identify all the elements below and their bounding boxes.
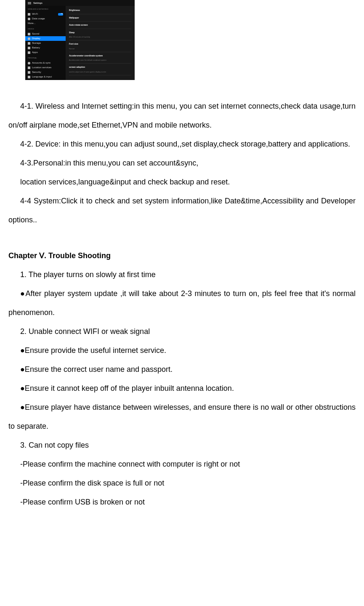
ts-2: 2. Unable connect WIFI or weak signal [8,322,356,341]
sidebar-item-storage[interactable]: Storage [25,41,66,45]
paragraph-4-2: 4-2. Device: in this menu,you can adjust… [8,135,356,154]
paragraph-4-1: 4-1. Wireless and Internet setting:in th… [8,97,356,135]
settings-icon [28,1,31,5]
sidebar-item-display[interactable]: Display [25,36,66,41]
embedded-settings-screenshot: Settings WIRELESS & NETWORKS Wi-Fi ON Da… [25,0,135,80]
main-item-accel[interactable]: Accelerometer coordinate system Accelero… [69,52,131,64]
ts-3-bullet2: -Please confirm the disk space is full o… [8,474,356,493]
main-title: Sleep [69,30,131,35]
storage-icon [28,42,30,45]
chapter-heading: Chapter Ⅴ. Trouble Shooting [8,246,356,265]
display-icon [28,37,30,40]
data-usage-icon [28,18,30,20]
screenshot-sidebar: WIRELESS & NETWORKS Wi-Fi ON Data usage … [25,6,66,80]
sidebar-item-more[interactable]: More... [25,21,66,26]
ts-2-bullet3: ●Ensure it cannot keep off of the player… [8,379,356,398]
main-sub: Accelerometer uses the default coordinat… [69,58,131,62]
location-icon [28,67,30,69]
main-item-font[interactable]: Font size Normal [69,40,131,52]
sidebar-item-location[interactable]: Location services [25,65,66,70]
ts-3: 3. Can not copy files [8,436,356,455]
main-item-adapt[interactable]: screen adaption used to adjust size of s… [69,64,131,75]
main-sub: After 10 minutes of inactivity [69,35,131,39]
main-title: Accelerometer coordinate system [69,53,131,59]
ts-2-bullet2: ●Ensure the correct user name and passpo… [8,360,356,379]
main-title: Font size [69,41,131,47]
sound-icon [28,33,30,35]
main-item-brightness[interactable]: Brightness [69,7,131,14]
wifi-icon [28,13,30,16]
section-wireless: WIRELESS & NETWORKS [25,6,66,12]
language-icon [28,76,30,78]
paragraph-4-4: 4-4 System:Click it to check and set sys… [8,192,356,230]
ts-3-bullet1: -Please confirm the machine connect with… [8,455,356,474]
paragraph-4-3-line2: location services,language&input and che… [8,173,356,192]
paragraph-4-3-line1: 4-3.Personal:in this menu,you can set ac… [8,154,356,173]
main-title: Auto-rotate screen [69,22,131,28]
apps-icon [28,51,30,54]
screenshot-header: Settings [25,0,135,6]
main-item-sleep[interactable]: Sleep After 10 minutes of inactivity [69,29,131,41]
wifi-switch[interactable]: ON [58,13,63,16]
ts-1-bullet: ●After player system update ,it will tak… [8,284,356,322]
screenshot-body: WIRELESS & NETWORKS Wi-Fi ON Data usage … [25,6,135,80]
section-device: DEVICE [25,26,66,32]
main-title: screen adaption [69,64,131,70]
main-item-autorotate[interactable]: Auto-rotate screen [69,21,131,29]
ts-2-bullet4: ●Ensure player have distance between wir… [8,398,356,436]
sidebar-label: Backup & reset [32,78,49,80]
main-title: Wallpaper [69,15,131,21]
sync-icon [28,62,30,64]
screenshot-title: Settings [33,0,43,6]
sidebar-item-apps[interactable]: Apps [25,50,66,55]
main-sub: Normal [69,47,131,51]
screenshot-main: Brightness Wallpaper Auto-rotate screen … [66,6,135,80]
sidebar-item-wifi[interactable]: Wi-Fi ON [25,12,66,16]
ts-1: 1. The player turns on slowly at first t… [8,265,356,284]
battery-icon [28,47,30,49]
sidebar-item-sound[interactable]: Sound [25,32,66,36]
sidebar-item-backup[interactable]: Backup & reset [25,79,66,80]
main-item-wallpaper[interactable]: Wallpaper [69,14,131,22]
main-title: Brightness [69,8,131,13]
ts-2-bullet1: ●Ensure provide the useful internet serv… [8,341,356,360]
lock-icon [28,71,30,74]
main-sub: used to adjust size of some games displa… [69,70,131,74]
ts-3-bullet3: -Please confirm USB is broken or not [8,493,356,512]
sidebar-item-battery[interactable]: Battery [25,45,66,50]
